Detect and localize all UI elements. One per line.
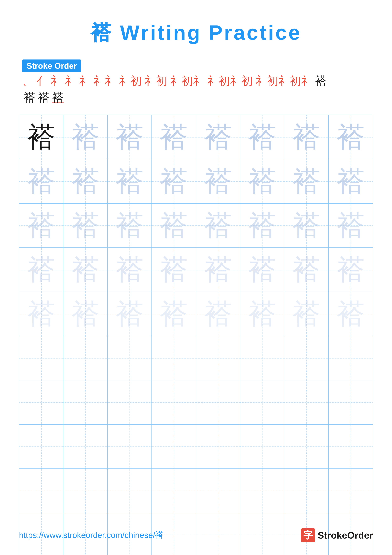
grid-cell-9-8[interactable] <box>328 469 373 513</box>
grid-cell-1-2: 褡 <box>64 115 107 159</box>
grid-cell-1-3: 褡 <box>108 115 152 159</box>
stroke-r2-1: 褡 <box>24 90 35 105</box>
grid-cell-4-5: 褡 <box>196 248 240 292</box>
grid-cell-2-7: 褡 <box>284 159 328 204</box>
grid-cell-6-7[interactable] <box>284 336 328 380</box>
grid-cell-7-7[interactable] <box>284 380 328 424</box>
stroke-order-section: Stroke Order 、 亻 礻 礻 礻 礻礻 礻初 礻初 礻初礻 礻初礻初… <box>19 59 373 105</box>
grid-cell-6-4[interactable] <box>152 336 196 380</box>
grid-cell-1-1: 褡 <box>19 115 64 159</box>
grid-cell-9-3[interactable] <box>108 469 152 513</box>
cell-char: 褡 <box>72 207 99 244</box>
grid-row-6 <box>19 336 373 380</box>
cell-char: 褡 <box>160 163 187 200</box>
stroke-10: 礻初礻初 <box>207 73 253 89</box>
title-char: 褡 <box>91 21 113 44</box>
cell-char: 褡 <box>248 207 276 244</box>
grid-cell-8-4[interactable] <box>152 425 196 469</box>
grid-cell-6-2[interactable] <box>64 336 107 380</box>
stroke-order-badge: Stroke Order <box>22 59 81 72</box>
cell-char: 褡 <box>72 251 99 288</box>
stroke-12: 褡 <box>315 73 327 89</box>
grid-cell-2-5: 褡 <box>196 159 240 204</box>
cell-char: 褡 <box>248 118 276 156</box>
grid-cell-7-3[interactable] <box>108 380 152 424</box>
cell-char: 褡 <box>248 163 276 200</box>
grid-cell-9-6[interactable] <box>240 469 284 513</box>
grid-cell-8-3[interactable] <box>108 425 152 469</box>
cell-char: 褡 <box>116 207 143 244</box>
grid-cell-9-5[interactable] <box>196 469 240 513</box>
cell-char: 褡 <box>27 251 55 288</box>
stroke-9: 礻初礻 <box>170 73 204 89</box>
grid-cell-1-6: 褡 <box>240 115 284 159</box>
title-text: Writing Practice <box>120 21 301 44</box>
cell-char: 褡 <box>72 163 99 200</box>
cell-char: 褡 <box>292 118 320 156</box>
grid-cell-5-1: 褡 <box>19 292 64 336</box>
grid-row-7 <box>19 380 373 424</box>
grid-cell-9-4[interactable] <box>152 469 196 513</box>
strokeorder-logo-text: StrokeOrder <box>318 530 373 541</box>
stroke-2: 亻 <box>36 73 48 89</box>
grid-cell-4-1: 褡 <box>19 248 64 292</box>
grid-cell-5-2: 褡 <box>64 292 107 336</box>
strokeorder-logo-icon: 字 <box>301 528 315 542</box>
grid-cell-6-1[interactable] <box>19 336 64 380</box>
grid-cell-8-1[interactable] <box>19 425 64 469</box>
cell-char: 褡 <box>248 251 276 288</box>
grid-cell-6-6[interactable] <box>240 336 284 380</box>
grid-cell-5-7: 褡 <box>284 292 328 336</box>
grid-cell-1-8: 褡 <box>328 115 373 159</box>
grid-cell-4-2: 褡 <box>64 248 107 292</box>
cell-char: 褡 <box>204 163 232 200</box>
grid-cell-7-6[interactable] <box>240 380 284 424</box>
grid-cell-4-7: 褡 <box>284 248 328 292</box>
cell-char: 褡 <box>160 251 187 288</box>
grid-row-4: 褡 褡 褡 褡 褡 褡 褡 褡 <box>19 248 373 292</box>
grid-cell-7-5[interactable] <box>196 380 240 424</box>
grid-cell-7-1[interactable] <box>19 380 64 424</box>
cell-char: 褡 <box>337 163 364 200</box>
grid-cell-6-5[interactable] <box>196 336 240 380</box>
cell-char: 褡 <box>337 251 364 288</box>
grid-cell-6-8[interactable] <box>328 336 373 380</box>
grid-cell-4-4: 褡 <box>152 248 196 292</box>
grid-cell-8-6[interactable] <box>240 425 284 469</box>
grid-row-2: 褡 褡 褡 褡 褡 褡 褡 褡 <box>19 159 373 204</box>
grid-cell-8-2[interactable] <box>64 425 107 469</box>
grid-row-3: 褡 褡 褡 褡 褡 褡 褡 褡 <box>19 204 373 248</box>
cell-char: 褡 <box>27 295 55 333</box>
cell-char: 褡 <box>27 163 55 200</box>
stroke-3: 礻 <box>51 73 62 89</box>
stroke-11: 礻初礻初礻 <box>256 73 313 89</box>
grid-cell-1-7: 褡 <box>284 115 328 159</box>
grid-row-8 <box>19 425 373 469</box>
cell-char: 褡 <box>337 118 364 156</box>
grid-cell-8-8[interactable] <box>328 425 373 469</box>
grid-cell-5-3: 褡 <box>108 292 152 336</box>
grid-cell-9-2[interactable] <box>64 469 107 513</box>
cell-char: 褡 <box>337 295 364 333</box>
grid-cell-9-7[interactable] <box>284 469 328 513</box>
cell-char: 褡 <box>292 295 320 333</box>
cell-char: 褡 <box>116 251 143 288</box>
grid-cell-9-1[interactable] <box>19 469 64 513</box>
grid-cell-8-5[interactable] <box>196 425 240 469</box>
grid-cell-2-1: 褡 <box>19 159 64 204</box>
grid-cell-3-6: 褡 <box>240 204 284 248</box>
grid-cell-8-7[interactable] <box>284 425 328 469</box>
grid-cell-1-5: 褡 <box>196 115 240 159</box>
cell-char: 褡 <box>337 207 364 244</box>
grid-cell-2-8: 褡 <box>328 159 373 204</box>
grid-cell-4-8: 褡 <box>328 248 373 292</box>
practice-grid: 褡 褡 褡 褡 褡 褡 褡 褡 褡 褡 褡 褡 褡 褡 褡 褡 褡 褡 褡 褡 … <box>19 115 373 555</box>
grid-cell-3-8: 褡 <box>328 204 373 248</box>
grid-cell-7-4[interactable] <box>152 380 196 424</box>
cell-char: 褡 <box>292 251 320 288</box>
grid-cell-7-8[interactable] <box>328 380 373 424</box>
footer-url[interactable]: https://www.strokeorder.com/chinese/褡 <box>19 530 163 541</box>
grid-cell-6-3[interactable] <box>108 336 152 380</box>
grid-cell-7-2[interactable] <box>64 380 107 424</box>
cell-char: 褡 <box>292 207 320 244</box>
